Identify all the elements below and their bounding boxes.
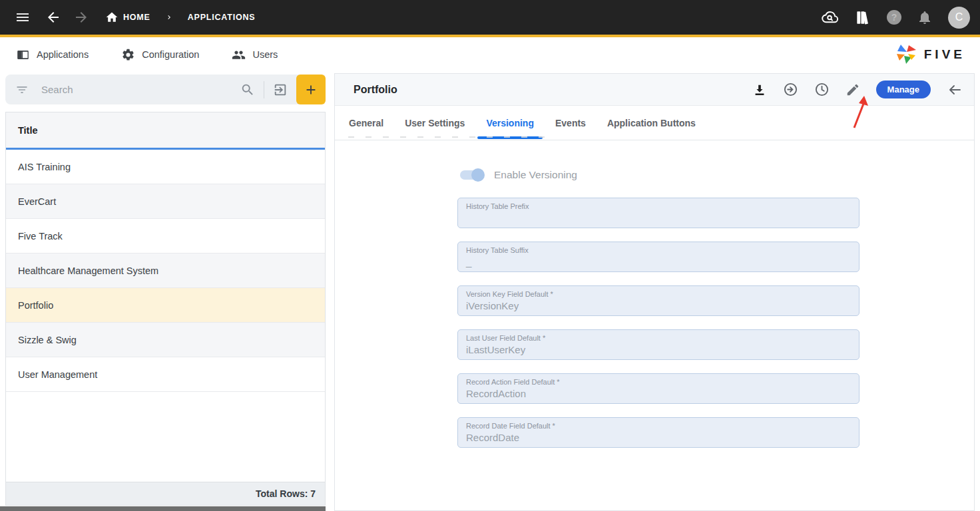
- search-icon[interactable]: [240, 83, 255, 97]
- list-item[interactable]: Five Track: [6, 219, 325, 254]
- detail-tab[interactable]: General: [338, 106, 394, 140]
- applications-list-panel: Title AIS Training EverCart Five Track H…: [5, 112, 326, 506]
- go-arrow-circle-icon[interactable]: [783, 82, 798, 97]
- list-item-title: EverCart: [18, 196, 56, 207]
- library-books-icon[interactable]: [854, 9, 871, 26]
- enter-record-icon[interactable]: [273, 83, 288, 97]
- menu-icon[interactable]: [15, 9, 31, 25]
- page-title: Portfolio: [354, 84, 397, 96]
- list-item[interactable]: EverCart: [6, 184, 325, 219]
- list-item[interactable]: AIS Training: [6, 150, 325, 184]
- form-field[interactable]: History Table Suffix _: [457, 242, 859, 272]
- back-arrow-icon[interactable]: [45, 9, 61, 25]
- applications-icon: [16, 48, 30, 62]
- cloud-search-icon[interactable]: [821, 9, 839, 27]
- detail-tab[interactable]: Versioning: [475, 106, 545, 140]
- field-label: Record Date Field Default *: [466, 422, 851, 430]
- list-item[interactable]: Sizzle & Swig: [6, 323, 325, 357]
- detail-tab-label: General: [349, 118, 383, 128]
- field-value: iVersionKey: [466, 300, 851, 312]
- list-item-title: AIS Training: [18, 162, 71, 172]
- list-item[interactable]: User Management: [6, 357, 325, 392]
- form-field[interactable]: History Table Prefix: [457, 198, 859, 228]
- nav-tab-label: Configuration: [142, 49, 199, 60]
- detail-header: Portfolio Manage: [335, 74, 974, 106]
- detail-tabs: General User Settings Versioning Events …: [335, 106, 974, 140]
- top-bar: HOME APPLICATIONS ? C: [0, 0, 980, 35]
- nav-tab-applications[interactable]: Applications: [16, 48, 89, 62]
- list-footer: Total Rows: 7: [6, 482, 325, 505]
- field-value: [466, 212, 851, 224]
- detail-tab-label: Application Buttons: [607, 118, 696, 128]
- nav-tab-configuration[interactable]: Configuration: [121, 48, 199, 62]
- divider: [264, 81, 264, 98]
- breadcrumb-home[interactable]: HOME: [123, 13, 150, 22]
- form-field[interactable]: Version Key Field Default * iVersionKey: [457, 285, 859, 316]
- toggle-knob: [471, 168, 485, 182]
- edit-pencil-icon[interactable]: [846, 83, 860, 97]
- search-bar: Search: [5, 75, 326, 104]
- detail-tab[interactable]: User Settings: [394, 106, 475, 140]
- detail-header-actions: Manage: [752, 81, 963, 98]
- total-rows-label: Total Rows: 7: [256, 488, 316, 499]
- five-logo: FIVE: [895, 43, 965, 66]
- nav-tab-label: Applications: [37, 49, 89, 60]
- field-label: History Table Prefix: [466, 202, 851, 210]
- detail-tab[interactable]: Events: [545, 106, 597, 140]
- list-item[interactable]: Healthcare Management System: [6, 254, 325, 288]
- field-value: iLastUserKey: [466, 344, 851, 356]
- history-clock-icon[interactable]: [814, 82, 830, 97]
- list-item-title: Five Track: [18, 231, 63, 242]
- gear-wrench-icon: [121, 48, 135, 62]
- clipped-hidden-tab-row: [348, 136, 548, 138]
- search-input[interactable]: Search: [41, 84, 73, 95]
- breadcrumb-section: APPLICATIONS: [188, 13, 256, 22]
- search-bar-actions: [240, 75, 326, 104]
- list-header[interactable]: Title: [6, 112, 325, 150]
- detail-tab[interactable]: Application Buttons: [597, 106, 706, 140]
- module-nav: Applications Configuration Users FIVE: [0, 37, 980, 72]
- field-label: Last User Field Default *: [466, 334, 851, 342]
- toggle-switch-on[interactable]: [460, 170, 483, 180]
- five-logo-pinwheel-icon: [895, 43, 918, 66]
- enable-versioning-toggle[interactable]: Enable Versioning: [460, 167, 974, 183]
- record-detail-panel: Portfolio Manage: [334, 73, 975, 511]
- download-icon[interactable]: [752, 83, 767, 97]
- topbar-right: ? C: [821, 7, 980, 29]
- field-value: _: [466, 256, 851, 268]
- avatar[interactable]: C: [948, 7, 970, 29]
- home-icon[interactable]: [105, 11, 119, 24]
- field-value: RecordAction: [466, 388, 851, 400]
- help-icon[interactable]: ?: [887, 10, 901, 25]
- form-field[interactable]: Record Date Field Default * RecordDate: [457, 417, 859, 448]
- bell-icon[interactable]: [917, 9, 933, 25]
- horizontal-scrollbar[interactable]: [0, 506, 326, 511]
- filter-icon[interactable]: [15, 83, 29, 96]
- list-rows: AIS Training EverCart Five Track Healthc…: [6, 150, 325, 392]
- manage-button[interactable]: Manage: [876, 81, 931, 98]
- chevron-icon: [165, 13, 173, 21]
- users-icon: [232, 48, 246, 62]
- field-list: History Table Prefix History Table Suffi…: [457, 198, 974, 448]
- detail-tab-label: Versioning: [486, 118, 534, 128]
- list-item-title: Portfolio: [18, 300, 53, 311]
- detail-tab-label: Events: [555, 118, 586, 128]
- nav-tab-label: Users: [252, 49, 278, 60]
- add-button[interactable]: [296, 75, 326, 104]
- list-item-title: Sizzle & Swig: [18, 335, 77, 345]
- forward-arrow-icon[interactable]: [73, 9, 89, 25]
- collapse-left-icon[interactable]: [947, 82, 963, 98]
- topbar-left: HOME APPLICATIONS: [0, 9, 255, 25]
- versioning-form: Enable Versioning History Table Prefix H…: [335, 140, 974, 448]
- list-item[interactable]: Portfolio: [6, 288, 325, 323]
- detail-tab-label: User Settings: [405, 118, 465, 128]
- field-label: Version Key Field Default *: [466, 290, 851, 298]
- list-item-title: Healthcare Management System: [18, 265, 158, 276]
- form-field[interactable]: Record Action Field Default * RecordActi…: [457, 373, 859, 404]
- form-field[interactable]: Last User Field Default * iLastUserKey: [457, 329, 859, 360]
- field-label: Record Action Field Default *: [466, 378, 851, 386]
- column-header-title[interactable]: Title: [18, 125, 38, 136]
- five-logo-text: FIVE: [924, 47, 965, 62]
- nav-tab-users[interactable]: Users: [232, 48, 278, 62]
- plus-icon: [304, 83, 318, 97]
